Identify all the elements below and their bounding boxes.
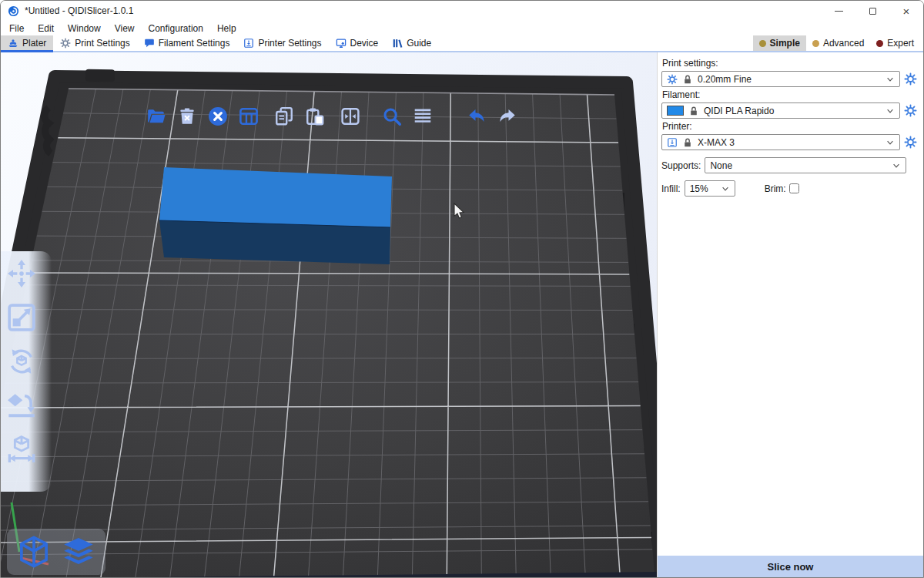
arrange-button[interactable] xyxy=(238,106,259,126)
chevron-down-icon xyxy=(886,106,895,116)
preview-layers-button[interactable] xyxy=(61,534,96,570)
place-on-face-icon xyxy=(6,390,37,421)
lock-icon xyxy=(682,74,693,85)
brim-label: Brim: xyxy=(765,183,786,194)
close-button[interactable]: × xyxy=(889,1,923,21)
arrange-icon xyxy=(239,106,259,126)
printer-combo[interactable]: X-MAX 3 xyxy=(661,134,900,150)
mode-advanced[interactable]: Advanced xyxy=(806,35,870,51)
gear-icon xyxy=(60,38,71,49)
tab-device[interactable]: Device xyxy=(329,35,386,51)
device-icon xyxy=(336,38,346,49)
menu-window[interactable]: Window xyxy=(61,21,108,35)
maximize-icon xyxy=(869,8,876,15)
delete-icon xyxy=(177,106,197,126)
filament-combo[interactable]: QIDI PLA Rapido xyxy=(661,102,900,119)
mode-switcher: Simple Advanced Expert xyxy=(753,35,923,51)
lock-icon xyxy=(688,106,699,116)
edit-printer-button[interactable] xyxy=(904,136,917,149)
slice-now-button[interactable]: Slice now xyxy=(658,556,923,577)
tab-printer-settings[interactable]: Printer Settings xyxy=(236,35,328,51)
settings-panel: Print settings: 0.20mm Fine Filament: xyxy=(657,52,923,577)
transform-toolbar xyxy=(5,257,38,465)
title-bar: *Untitled - QIDISlicer-1.0.1 × xyxy=(1,1,923,21)
guide-icon xyxy=(392,38,403,49)
print-settings-value: 0.20mm Fine xyxy=(698,74,752,85)
layers-list-icon xyxy=(413,106,433,126)
tab-guide[interactable]: Guide xyxy=(385,35,438,51)
bed-scene xyxy=(1,52,657,577)
menu-configuration[interactable]: Configuration xyxy=(142,21,210,35)
layers-list-button[interactable] xyxy=(412,106,433,126)
redo-button[interactable] xyxy=(497,106,517,126)
mode-simple[interactable]: Simple xyxy=(753,35,806,51)
measure-tool[interactable] xyxy=(5,433,38,465)
tab-filament-settings[interactable]: Filament Settings xyxy=(137,35,237,51)
infill-combo[interactable]: 15% xyxy=(685,180,735,197)
printer-value: X-MAX 3 xyxy=(698,137,735,148)
move-icon xyxy=(6,258,37,289)
menu-bar: File Edit Window View Configuration Help xyxy=(1,21,923,35)
close-icon: × xyxy=(903,5,910,17)
app-window: *Untitled - QIDISlicer-1.0.1 × File Edit… xyxy=(0,0,924,578)
chevron-down-icon xyxy=(886,75,895,84)
expert-dot-icon xyxy=(876,40,883,47)
minimize-icon xyxy=(835,11,843,12)
printer-label: Printer: xyxy=(662,121,917,132)
menu-help[interactable]: Help xyxy=(210,21,243,35)
editor-3d-icon xyxy=(17,535,51,569)
menu-edit[interactable]: Edit xyxy=(31,21,61,35)
chevron-down-icon xyxy=(721,184,730,193)
split-icon xyxy=(340,106,360,126)
move-tool[interactable] xyxy=(5,257,38,290)
infill-label: Infill: xyxy=(661,183,681,194)
edit-filament-button[interactable] xyxy=(904,104,917,117)
undo-button[interactable] xyxy=(466,106,487,126)
paste-icon xyxy=(305,106,325,126)
delete-all-button[interactable] xyxy=(207,106,228,126)
viewport-3d[interactable] xyxy=(1,52,657,577)
view-switcher xyxy=(7,529,105,575)
paste-button[interactable] xyxy=(304,106,325,126)
editor-3d-button[interactable] xyxy=(16,534,52,570)
place-on-face-tool[interactable] xyxy=(5,389,38,422)
copy-icon xyxy=(274,106,294,126)
split-button[interactable] xyxy=(340,106,360,126)
copy-button[interactable] xyxy=(273,106,294,126)
supports-combo[interactable]: None xyxy=(705,157,906,173)
filament-icon xyxy=(144,38,155,49)
printer-icon xyxy=(243,38,254,49)
mode-expert[interactable]: Expert xyxy=(870,35,920,51)
lock-icon xyxy=(682,137,693,148)
infill-value: 15% xyxy=(690,183,708,194)
print-settings-combo[interactable]: 0.20mm Fine xyxy=(661,71,900,87)
chevron-down-icon xyxy=(892,161,901,170)
maximize-button[interactable] xyxy=(855,1,889,21)
menu-file[interactable]: File xyxy=(2,21,31,35)
redo-icon xyxy=(497,106,517,126)
edit-print-settings-button[interactable] xyxy=(904,72,917,86)
search-button[interactable] xyxy=(381,106,402,126)
filament-label: Filament: xyxy=(662,89,917,100)
advanced-dot-icon xyxy=(812,40,819,47)
tab-plater[interactable]: Plater xyxy=(1,35,53,51)
preview-layers-icon xyxy=(62,535,95,569)
open-button[interactable] xyxy=(146,106,166,126)
measure-icon xyxy=(6,434,37,465)
printer-icon xyxy=(667,137,678,148)
minimize-button[interactable] xyxy=(822,1,855,21)
scale-tool[interactable] xyxy=(5,301,38,334)
menu-view[interactable]: View xyxy=(108,21,142,35)
delete-all-icon xyxy=(208,106,228,126)
delete-button[interactable] xyxy=(176,106,197,126)
model-object[interactable] xyxy=(159,167,392,264)
supports-value: None xyxy=(710,160,732,171)
viewport-toolbar xyxy=(146,106,527,126)
tab-print-settings[interactable]: Print Settings xyxy=(53,35,136,51)
brim-checkbox[interactable] xyxy=(789,183,799,193)
rotate-tool[interactable] xyxy=(5,345,38,378)
chevron-down-icon xyxy=(886,138,895,147)
undo-icon xyxy=(467,106,487,126)
print-settings-label: Print settings: xyxy=(662,58,917,69)
supports-label: Supports: xyxy=(661,160,701,171)
